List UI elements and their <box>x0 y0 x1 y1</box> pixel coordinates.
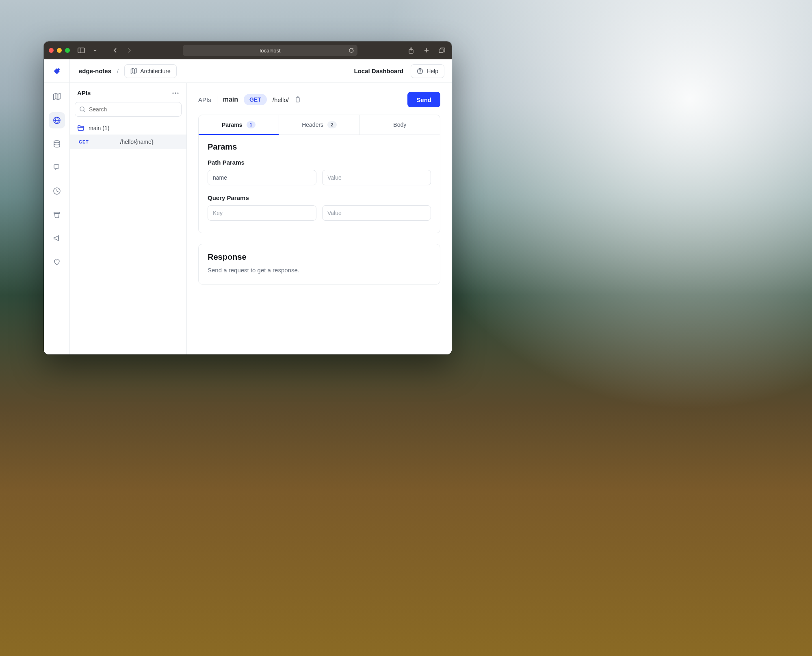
app-content: edge-notes / Architecture Local Dashboar… <box>44 59 452 354</box>
params-card: Params 1 Headers 2 Body Params <box>198 115 440 233</box>
window-controls <box>49 48 70 53</box>
folder-label: main (1) <box>89 125 109 131</box>
svg-point-12 <box>420 72 420 73</box>
response-heading: Response <box>208 252 431 262</box>
rail-announcements[interactable] <box>49 230 65 246</box>
send-button[interactable]: Send <box>407 92 440 107</box>
svg-line-24 <box>84 111 85 112</box>
more-icon[interactable] <box>172 92 179 94</box>
rail-architecture[interactable] <box>49 89 65 105</box>
rail-messages[interactable] <box>49 159 65 176</box>
svg-rect-6 <box>439 49 443 53</box>
tab-body[interactable]: Body <box>360 115 440 135</box>
svg-point-20 <box>172 92 173 93</box>
help-icon <box>417 68 423 74</box>
help-label: Help <box>427 68 438 74</box>
request-path: /hello/ <box>273 96 289 103</box>
path-params-heading: Path Params <box>208 159 431 166</box>
svg-point-18 <box>54 141 60 143</box>
svg-point-23 <box>80 107 84 111</box>
svg-point-22 <box>177 92 178 93</box>
query-param-value-input[interactable]: Value <box>322 205 431 221</box>
endpoint-method: GET <box>79 139 89 144</box>
copy-icon[interactable] <box>294 96 301 103</box>
tab-headers[interactable]: Headers 2 <box>279 115 359 135</box>
reload-icon[interactable] <box>349 48 354 53</box>
address-bar[interactable]: localhost <box>183 45 357 56</box>
help-button[interactable]: Help <box>411 64 444 78</box>
new-tab-icon[interactable] <box>422 46 431 55</box>
tab-headers-label: Headers <box>302 122 323 128</box>
response-card: Response Send a request to get a respons… <box>198 244 440 285</box>
share-icon[interactable] <box>406 46 416 55</box>
query-param-key-input[interactable]: Key <box>208 205 316 221</box>
folder-open-icon <box>77 125 84 131</box>
api-name: main <box>223 96 238 103</box>
request-line: APIs main GET /hello/ Send <box>198 92 440 107</box>
local-dashboard-link[interactable]: Local Dashboard <box>354 67 404 74</box>
tab-params-label: Params <box>222 122 243 128</box>
project-name[interactable]: edge-notes <box>79 67 111 74</box>
sidebar-toggle-icon[interactable] <box>76 46 86 55</box>
close-window-button[interactable] <box>49 48 54 53</box>
architecture-button[interactable]: Architecture <box>124 64 177 78</box>
request-tabs: Params 1 Headers 2 Body <box>199 115 440 135</box>
rail-databases[interactable] <box>49 136 65 152</box>
endpoint-hello[interactable]: GET /hello/{name} <box>70 135 186 149</box>
rail-storage[interactable] <box>49 206 65 223</box>
tabs-overview-icon[interactable] <box>437 46 447 55</box>
address-text: localhost <box>260 48 280 54</box>
forward-button <box>124 46 134 55</box>
search-input[interactable] <box>75 102 182 117</box>
breadcrumb-slash: / <box>117 67 119 74</box>
path-param-key-input[interactable]: name <box>208 170 316 185</box>
rail-apis[interactable] <box>49 112 65 128</box>
browser-titlebar: localhost <box>44 41 452 59</box>
tab-params-count: 1 <box>247 121 256 128</box>
svg-point-21 <box>175 92 176 93</box>
search-icon <box>79 106 86 113</box>
response-empty-text: Send a request to get a response. <box>208 267 431 274</box>
logo[interactable] <box>44 59 70 83</box>
search-field[interactable] <box>89 106 177 113</box>
map-icon <box>130 68 137 74</box>
tab-body-label: Body <box>393 122 406 128</box>
rail-schedules[interactable] <box>49 183 65 199</box>
svg-rect-0 <box>78 48 84 53</box>
tab-params[interactable]: Params 1 <box>199 115 279 135</box>
endpoint-path: /hello/{name} <box>94 139 179 145</box>
maximize-window-button[interactable] <box>65 48 70 53</box>
svg-rect-25 <box>296 98 299 102</box>
divider <box>217 96 217 104</box>
chevron-down-icon[interactable] <box>90 46 100 55</box>
sidebar: APIs main (1) <box>70 83 187 354</box>
api-folder-main[interactable]: main (1) <box>70 122 186 135</box>
nav-rail <box>44 83 70 354</box>
sidebar-title: APIs <box>77 89 91 96</box>
rail-favorites[interactable] <box>49 254 65 270</box>
apis-label: APIs <box>198 96 211 103</box>
params-heading: Params <box>208 142 431 152</box>
minimize-window-button[interactable] <box>57 48 62 53</box>
architecture-label: Architecture <box>140 68 171 74</box>
query-params-heading: Query Params <box>208 194 431 201</box>
tab-headers-count: 2 <box>327 121 337 128</box>
back-button[interactable] <box>110 46 120 55</box>
method-chip[interactable]: GET <box>244 94 267 105</box>
app-window: localhost edge-notes <box>44 41 452 354</box>
path-param-value-input[interactable]: Value <box>322 170 431 185</box>
app-topbar: edge-notes / Architecture Local Dashboar… <box>44 59 452 83</box>
main-panel: APIs main GET /hello/ Send Params <box>187 83 452 354</box>
